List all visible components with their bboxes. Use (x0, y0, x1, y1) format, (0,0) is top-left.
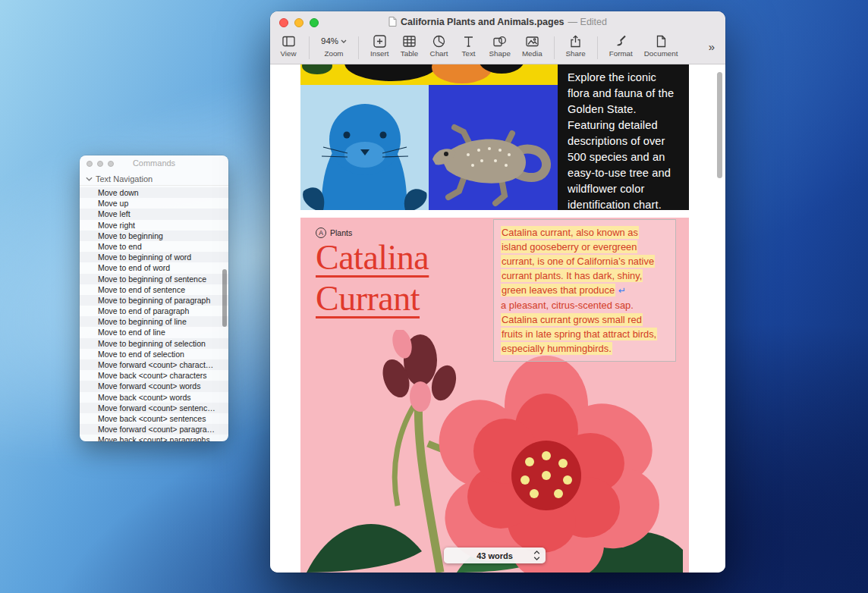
chart-icon (432, 33, 446, 49)
text-button[interactable]: Text (460, 33, 478, 58)
category-text: Plants (330, 228, 352, 237)
category-badge: A (316, 227, 326, 238)
word-count-label: 43 words (476, 551, 513, 560)
body-line: currant, is one of California’s native (501, 255, 655, 268)
command-item[interactable]: Move to beginning of paragraph (80, 295, 228, 306)
zoom-control[interactable]: 94% Zoom (321, 33, 347, 58)
heading-line: Catalina (316, 237, 429, 278)
commands-scrollbar-thumb[interactable] (222, 269, 227, 327)
command-item[interactable]: Move back <count> sentences (80, 413, 228, 424)
command-item[interactable]: Move to end of sentence (80, 284, 228, 295)
command-item[interactable]: Move back <count> characters (80, 370, 228, 381)
command-item[interactable]: Move to beginning of line (80, 316, 228, 327)
share-button[interactable]: Share (566, 33, 586, 58)
word-count-stepper-icon (533, 550, 540, 564)
section-heading[interactable]: Catalina Currant (316, 237, 429, 319)
toolbar-separator (358, 36, 359, 59)
insert-icon (373, 33, 387, 49)
command-item[interactable]: Move to end (80, 241, 228, 252)
chart-button[interactable]: Chart (430, 33, 448, 58)
format-icon (614, 33, 628, 49)
share-icon (568, 33, 583, 49)
table-icon (402, 33, 417, 49)
command-item[interactable]: Move to beginning of sentence (80, 274, 228, 284)
lizard-image[interactable] (429, 85, 558, 210)
zoom-value: 94% (321, 36, 338, 45)
body-line: Catalina currant, also known as (501, 226, 639, 239)
toolbar-overflow-button[interactable]: » (709, 33, 715, 53)
format-label: Format (609, 49, 633, 58)
commands-list: Move down Move up Move left Move right M… (80, 187, 228, 441)
insert-button[interactable]: Insert (370, 33, 389, 58)
shape-icon (492, 33, 507, 49)
close-button[interactable] (279, 18, 288, 27)
command-item[interactable]: Move to end of paragraph (80, 306, 228, 316)
intro-text-panel[interactable]: Explore the iconic flora and fauna of th… (558, 64, 689, 210)
lizard-illustration (429, 85, 558, 210)
command-item[interactable]: Move to end of line (80, 327, 228, 337)
window-title-text: California Plants and Animals.pages (401, 17, 565, 27)
body-line: a pleasant, citrus-scented sap. (501, 300, 634, 311)
line-break-icon: ↵ (618, 285, 626, 296)
body-line: green leaves that produce (501, 284, 615, 296)
commands-titlebar[interactable]: Commands (80, 155, 228, 172)
command-item[interactable]: Move down (80, 187, 228, 198)
shape-label: Shape (489, 49, 511, 58)
commands-window-title: Commands (80, 158, 228, 168)
command-item[interactable]: Move forward <count> paragra… (80, 424, 228, 435)
body-line: island gooseberry or evergreen (501, 240, 637, 253)
poppy-image[interactable] (300, 64, 558, 85)
command-item[interactable]: Move forward <count> charact… (80, 359, 228, 370)
word-count-control[interactable]: 43 words (444, 548, 546, 563)
toolbar: View 94% Zoom Insert (270, 31, 725, 64)
fullscreen-button[interactable] (310, 18, 319, 27)
seal-image[interactable] (300, 85, 429, 210)
view-button[interactable]: View (279, 33, 297, 58)
command-item[interactable]: Move back <count> paragraphs (80, 435, 228, 441)
body-line: Catalina currant grows small red (501, 313, 643, 326)
poppy-illustration (300, 64, 558, 85)
command-item[interactable]: Move to beginning of selection (80, 338, 228, 349)
command-item[interactable]: Move to beginning of word (80, 252, 228, 262)
category-label: A Plants (316, 227, 352, 238)
command-item[interactable]: Move to end of selection (80, 349, 228, 359)
seal-illustration (300, 85, 429, 210)
section-header-text-navigation[interactable]: Text Navigation (80, 172, 228, 186)
document-button[interactable]: Document (644, 33, 678, 58)
command-item[interactable]: Move to end of word (80, 262, 228, 273)
table-button[interactable]: Table (401, 33, 419, 58)
toolbar-separator (309, 36, 310, 59)
body-line: especially hummingbirds. (501, 342, 612, 355)
chevron-down-icon (341, 39, 347, 43)
text-icon (461, 33, 476, 49)
document-settings-icon (654, 33, 668, 49)
share-label: Share (566, 49, 586, 58)
body-text-frame[interactable]: Catalina currant, also known as island g… (493, 219, 676, 362)
command-item[interactable]: Move forward <count> sentenc… (80, 403, 228, 413)
command-item[interactable]: Move back <count> words (80, 392, 228, 403)
window-edited-label: — Edited (568, 17, 607, 27)
format-button[interactable]: Format (609, 33, 633, 58)
toolbar-separator (554, 36, 555, 59)
command-item[interactable]: Move up (80, 198, 228, 209)
media-button[interactable]: Media (522, 33, 542, 58)
window-header: California Plants and Animals.pages — Ed… (270, 11, 725, 64)
flower-illustration[interactable] (307, 330, 683, 573)
document-icon (388, 17, 397, 27)
window-controls (279, 18, 319, 27)
view-label: View (280, 49, 296, 58)
command-item[interactable]: Move forward <count> words (80, 381, 228, 391)
media-icon (525, 33, 539, 49)
command-item[interactable]: Move right (80, 220, 228, 231)
zoom-label: Zoom (324, 49, 343, 58)
chevron-down-icon (86, 177, 93, 181)
insert-label: Insert (370, 49, 389, 58)
image-collage: Explore the iconic flora and fauna of th… (300, 64, 689, 210)
intro-text: Explore the iconic flora and fauna of th… (568, 70, 681, 213)
minimize-button[interactable] (294, 18, 303, 27)
command-item[interactable]: Move left (80, 209, 228, 219)
shape-button[interactable]: Shape (489, 33, 511, 58)
pages-scrollbar-thumb[interactable] (717, 72, 722, 178)
command-item[interactable]: Move to beginning (80, 231, 228, 241)
plants-section: A Plants Catalina Currant Catalina curra… (300, 218, 689, 573)
